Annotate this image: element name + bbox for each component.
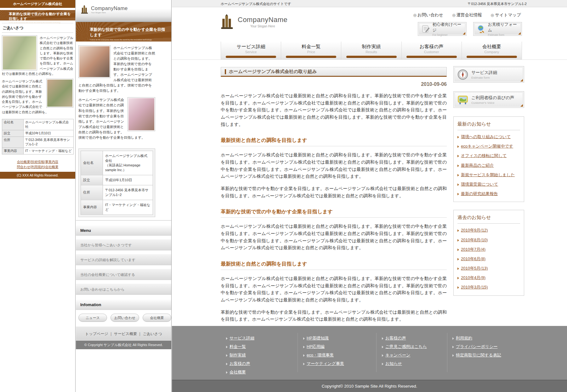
table-row: 住所〒012-3456 見本県見本市サンプル1−2 (2, 137, 74, 148)
utility-links: お問い合わせ 運営会社情報 サイトマップ (413, 12, 521, 18)
middle-logo-slogan: Your Slogan Here (91, 12, 128, 14)
estimate-form-button[interactable]: お見積りフォーム Estimate form (473, 22, 522, 36)
menu-item-company[interactable]: 当社の会社概要について確認する (76, 269, 171, 280)
middle-banner-subtitle: It aims at the enterprise that moves the… (90, 39, 168, 41)
arrow-bullet-icon (452, 346, 454, 348)
table-row: 会社名ホームページサンプル株式会社 (2, 119, 74, 130)
arrow-bullet-icon (303, 363, 305, 365)
menu-item-contact[interactable]: お問い合わせはこちらから (76, 283, 171, 295)
tab-service[interactable]: サービス詳細 Service (221, 42, 281, 59)
tab-company[interactable]: 会社概要 Company (462, 42, 522, 59)
tab-customer[interactable]: お客様の声 Customer (402, 42, 462, 59)
arrow-bullet-icon (382, 337, 383, 340)
company-button[interactable]: 会社概要 (143, 314, 171, 322)
arrow-bullet-icon (303, 337, 305, 340)
estimate-button-sublabel: Estimate form (488, 33, 520, 36)
top-utility-bar: ホームページサンプル株式会社のサイトです 〒012-3456 見本県見本市サンプ… (172, 0, 567, 7)
footer-column-knowledge: HP基礎知識 HP応用編 eco・環境事業 マーケティング事業 (303, 335, 344, 369)
middle-logo-name: CompanyName (91, 6, 128, 11)
link-business-content[interactable]: 事業内容 (45, 160, 58, 164)
tab-price[interactable]: 料金一覧 Price (281, 42, 341, 59)
menu-item-greeting[interactable]: 当社から皆様へごあいさつです (76, 239, 171, 250)
link-technology-info[interactable]: 技術情報 (31, 160, 44, 164)
news-item: 環境賞受賞について (457, 182, 520, 187)
arrow-bullet-icon (303, 346, 305, 348)
tab-underline (467, 56, 517, 58)
section-heading: 最新技術と自然との調和を目指します (221, 261, 447, 270)
page-title: ホームページサンプル株式会社の取り組み (229, 69, 317, 75)
archive-item: 2010年7月(4) (457, 247, 520, 252)
middle-hero-banner: 革新的な技術で世の中を動かす企業を目指します It aims at the en… (76, 22, 171, 42)
utility-link-contact[interactable]: お問い合わせ (413, 12, 443, 18)
arrow-bullet-icon (226, 363, 228, 365)
archive-item: 2010年6月(8) (457, 256, 520, 262)
voice-banner-subtitle: Customer's Voice (471, 101, 514, 104)
contact-button[interactable]: お問い合わせ (111, 314, 139, 322)
tab-underline (346, 56, 397, 58)
middle-copyright: © Copyright サンプル株式会社 All Rights Reseved. (76, 341, 171, 349)
company-logo-icon (81, 5, 88, 14)
arrow-bullet-icon (457, 145, 459, 148)
compass-icon (457, 69, 469, 81)
customer-voice-banner[interactable]: ご利用者様の喜びの声 Customer's Voice (453, 91, 524, 108)
arrow-bullet-icon (382, 363, 383, 365)
section-paragraph: ホームページサンプル株式会社では最新技術と自然との調和を目指します。革新的な技術… (221, 151, 447, 180)
corner-triangle-icon (520, 79, 523, 81)
greeting-block-2: ホームページサンプル株式会社では最新技術と自然との調和を目指します。革新的な技術… (2, 79, 73, 115)
link-contact[interactable]: 問合わせ (17, 165, 31, 169)
tab-underline (226, 56, 276, 58)
table-row: 事業内容IT・マーケティング・福祉など (2, 148, 74, 154)
table-row: 設立平成10年1月10日 (81, 175, 153, 185)
content-area: ホームページサンプル株式会社の取り組み 2010-09-06 ホームページサンプ… (172, 60, 567, 343)
information-buttons: ニュース お問い合わせ 会社概要 (78, 314, 171, 322)
section-paragraph: 革新的な技術で世の中を動かす企業を目指します。ホームページサンプル株式会社では最… (221, 185, 447, 199)
menu-item-service[interactable]: サービスの詳細を解説しています (76, 254, 171, 265)
link-terms[interactable]: 利用規約 (31, 165, 44, 169)
arrow-bullet-icon (452, 354, 454, 357)
arrow-bullet-icon (303, 354, 305, 357)
utility-link-operator-info[interactable]: 運営会社情報 (452, 12, 482, 18)
link-company-overview[interactable]: 会社概要 (17, 160, 30, 164)
information-heading: Infomation (76, 299, 171, 310)
link-service-overview[interactable]: サービス概要 (114, 332, 137, 336)
link-top-page[interactable]: トップページ (85, 332, 108, 336)
archive-item: 2010年8月(10) (457, 237, 520, 243)
news-button[interactable]: ニュース (78, 314, 107, 322)
site-description: ホームページサンプル株式会社のサイトです (221, 2, 291, 6)
main-logo-slogan: Your Slogan Here (238, 25, 287, 28)
article: ホームページサンプル株式会社の取り組み 2010-09-06 ホームページサンプ… (221, 67, 447, 343)
arrow-bullet-icon (457, 136, 459, 138)
footer-divider (298, 333, 298, 372)
news-item: 最新の研究結果報告 (457, 191, 520, 197)
middle-banner-title: 革新的な技術で世の中を動かす企業を目指します (90, 27, 168, 38)
menu-heading: Menu (76, 225, 171, 236)
section-heading: 革新的な技術で世の中を動かす企業を目指します (221, 209, 447, 218)
utility-link-sitemap[interactable]: サイトマップ (491, 12, 521, 18)
middle-logo[interactable]: CompanyName Your Slogan Here (81, 5, 171, 14)
arrow-bullet-icon (457, 165, 459, 167)
left-footer-links: 会社概要|技術情報|事業内容 問合わせ|利用規約|会社概要 (0, 160, 75, 170)
title-tick-icon (225, 69, 226, 74)
section-heading: 最新技術と自然との調和を目指します (221, 137, 447, 146)
left-banner-title: 革新的な技術で世の中を動かす企業を目指します (9, 12, 73, 21)
main-desktop-layout: ホームページサンプル株式会社のサイトです 〒012-3456 見本県見本市サンプ… (172, 0, 567, 392)
section-paragraph: 革新的な技術で世の中を動かす企業を目指します。ホームページサンプル株式会社では最… (221, 309, 447, 323)
photo-woman-park (2, 35, 37, 70)
beginner-page-button[interactable]: 初心者向けページ For beginner (418, 22, 467, 36)
news-item: 最新商品のご紹介 (457, 163, 520, 168)
main-logo[interactable]: CompanyName Your Slogan Here (221, 14, 287, 29)
tab-underline (406, 56, 457, 58)
main-copyright: Copyright© 2010 Sample Site All Rights R… (172, 380, 567, 392)
footer-divider (376, 333, 377, 372)
news-item: ecoキャンペーン開催中です (457, 143, 520, 149)
site-address: 〒012-3456 見本県見本市サンプル1-2 (468, 2, 527, 6)
arrow-bullet-icon (457, 229, 459, 232)
estimate-button-label: お見積りフォーム (488, 22, 520, 33)
service-detail-banner[interactable]: サービス詳細 Estimate form (453, 66, 524, 83)
arrow-bullet-icon (457, 249, 459, 251)
footer-divider (447, 333, 447, 372)
tab-results[interactable]: 制作実績 Results (341, 42, 401, 59)
link-greeting[interactable]: ごあいさつ (143, 332, 162, 336)
service-banner-title: サービス詳細 (471, 70, 497, 76)
link-company-overview-2[interactable]: 会社概要 (45, 165, 58, 169)
